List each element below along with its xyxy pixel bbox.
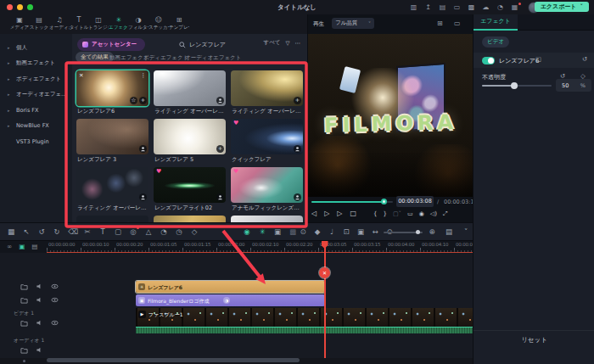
folder-icon[interactable]	[20, 283, 28, 290]
favorite-star-icon[interactable]: ☆	[130, 97, 137, 104]
tab-effects[interactable]: ✳エフェクト	[109, 15, 129, 33]
opacity-slider-handle[interactable]	[511, 82, 518, 89]
favorite-heart-icon[interactable]: ♥	[156, 168, 161, 175]
tab-stock[interactable]: ▤ストック	[29, 15, 49, 33]
square-icon[interactable]: ▢	[535, 55, 541, 63]
sidebar-item-newblue-fx[interactable]: ▸NewBlue FX	[0, 119, 72, 133]
screen-record-icon[interactable]: ▩	[467, 3, 476, 12]
pip-icon[interactable]: ⊡	[342, 227, 350, 237]
speed-icon[interactable]: ◔	[160, 227, 168, 237]
timeline-clip-lens-flare[interactable]: ✳ レンズフレア6	[136, 281, 325, 293]
redo-icon[interactable]: ↻	[53, 227, 61, 237]
tab-stickers[interactable]: ☺ステッカー	[148, 15, 169, 33]
display-icon[interactable]: ▭	[407, 210, 413, 217]
ai-portrait-icon[interactable]: ◉	[243, 227, 251, 237]
opacity-value-box[interactable]: 50 %	[556, 79, 591, 92]
sidebar-item-vst3-plugin[interactable]: VST3 Plugin	[0, 135, 72, 149]
mark-out-icon[interactable]: }	[383, 210, 386, 217]
compare-view-icon[interactable]: ▭	[454, 20, 461, 27]
track-height-icon[interactable]: ▤	[445, 227, 453, 237]
seek-handle[interactable]	[381, 199, 387, 204]
search-input[interactable]: レンズフレア	[179, 39, 226, 50]
deselect-icon[interactable]: ✕	[79, 72, 83, 79]
favorite-heart-icon[interactable]: ♥	[233, 168, 238, 175]
effect-thumb-partial-2[interactable]	[154, 216, 226, 222]
voiceover-icon[interactable]: ♩	[328, 227, 336, 237]
timer-icon[interactable]: ◷	[175, 227, 183, 237]
tab-filters[interactable]: ◑フィルター	[128, 15, 148, 33]
device-icon[interactable]: ▭	[452, 3, 462, 12]
volume-icon[interactable]: ◁)	[430, 210, 437, 217]
tab-effect-settings[interactable]: エフェクト	[474, 14, 518, 31]
add-icon[interactable]: +	[294, 97, 301, 104]
undo-icon[interactable]: ↺	[37, 227, 46, 237]
grid-view-icon[interactable]: ⊞	[437, 20, 443, 27]
cloud-icon[interactable]: ☁	[481, 3, 490, 12]
effect-thumb-quick-flare[interactable]: ♥	[231, 119, 303, 154]
folder-icon[interactable]	[20, 319, 28, 327]
timeline-clip-logo[interactable]: ▣ Filmora_Blenderロゴ作成 ◑	[136, 294, 325, 306]
kebab-menu-icon[interactable]: ⋮	[141, 72, 147, 79]
tab-titles[interactable]: Tタイトル	[69, 15, 89, 33]
mask-icon[interactable]: ◎	[129, 227, 137, 237]
chroma-key-icon[interactable]: △	[144, 227, 153, 237]
asset-center-button[interactable]: アセットセンター	[77, 38, 145, 51]
effect-thumb-lens-flare-6[interactable]: ✕ ⋮ ☆ +	[76, 70, 148, 106]
effect-thumb-lighting-overlay-1[interactable]	[154, 70, 226, 106]
aspect-ratio-icon[interactable]: ▢˅	[393, 210, 401, 217]
folder-icon[interactable]	[20, 346, 28, 354]
track-tools-icon[interactable]: ▤	[31, 243, 37, 250]
crop-icon[interactable]: ▢	[114, 227, 122, 237]
tab-transitions[interactable]: ◫トランジション	[88, 15, 109, 33]
snapshot-icon[interactable]: ▣	[19, 243, 25, 250]
favorite-heart-icon[interactable]: ♥	[233, 120, 238, 126]
timeline-clip-video[interactable]: ▶ ファスブルー1	[136, 308, 473, 327]
play-icon[interactable]: ▷	[324, 210, 329, 217]
mute-icon[interactable]	[36, 319, 43, 327]
export-button[interactable]: エクスポート ˅	[535, 2, 589, 12]
video-viewport[interactable]: FILMORA	[308, 34, 474, 197]
effect-thumb-partial-3[interactable]	[231, 216, 303, 222]
next-frame-icon[interactable]: ▷	[337, 210, 342, 217]
sidebar-item-boris-fx[interactable]: ▸Boris FX	[0, 104, 72, 118]
text-icon[interactable]: T	[98, 227, 107, 237]
sidebar-item-personal[interactable]: ▸個人	[0, 41, 72, 55]
applied-effect-row[interactable]: レンズフレア6 ▢ ↺	[474, 53, 594, 68]
more-icon[interactable]: ⋯	[295, 40, 301, 47]
effect-thumb-lens-flare-light-02[interactable]: ♥	[154, 167, 226, 203]
sidebar-item-audio-effects[interactable]: ▸オーディオエフェクト	[0, 87, 72, 102]
previous-frame-icon[interactable]: ◁	[311, 210, 317, 217]
timeline-scrollbar[interactable]	[47, 358, 300, 362]
tab-templates[interactable]: ⊞テンプレート	[169, 15, 189, 33]
link-icon[interactable]: ∞	[7, 243, 12, 250]
render-preview-icon[interactable]: ⊙	[299, 227, 307, 237]
timeline-zoom-handle[interactable]	[416, 230, 420, 234]
quality-dropdown[interactable]: フル品質 ˅	[332, 18, 374, 29]
mute-icon[interactable]	[36, 346, 43, 354]
folder-icon[interactable]	[20, 296, 28, 304]
plugins-icon[interactable]: ▥	[409, 3, 418, 12]
fx-tab-all-results[interactable]: 全ての結果	[76, 52, 114, 63]
clip-trim-marker[interactable]: ✕	[319, 267, 330, 278]
keyframe-icon[interactable]: ◇	[190, 227, 199, 237]
marker-icon[interactable]: ▣	[273, 227, 282, 237]
eye-icon[interactable]	[51, 283, 59, 290]
reset-button[interactable]: リセット	[474, 336, 594, 344]
snapshot-icon[interactable]: ◉	[419, 210, 424, 217]
effect-plugin-icon[interactable]: ✳	[258, 227, 266, 237]
zoom-in-icon[interactable]: ⊕	[428, 227, 436, 237]
mark-in-icon[interactable]: {	[373, 210, 377, 217]
mute-icon[interactable]	[36, 296, 43, 304]
prevent-render-icon[interactable]: ◆	[313, 227, 322, 237]
more-icon[interactable]: ˅	[462, 227, 470, 237]
effect-thumb-partial-1[interactable]	[76, 216, 148, 222]
split-icon[interactable]: ✂	[83, 227, 92, 237]
effect-thumb-lighting-overlay-3[interactable]	[76, 167, 148, 203]
eye-icon[interactable]	[51, 319, 59, 327]
effect-thumb-lens-flare-5[interactable]: +	[154, 119, 226, 154]
mute-icon[interactable]	[36, 283, 43, 290]
effect-thumb-anamorphic-lens-flare[interactable]: ♥	[231, 167, 303, 203]
fullscreen-icon[interactable]: ⤢	[443, 210, 448, 217]
effect-enabled-toggle[interactable]	[482, 57, 495, 64]
pointer-icon[interactable]: ↖	[22, 227, 31, 237]
